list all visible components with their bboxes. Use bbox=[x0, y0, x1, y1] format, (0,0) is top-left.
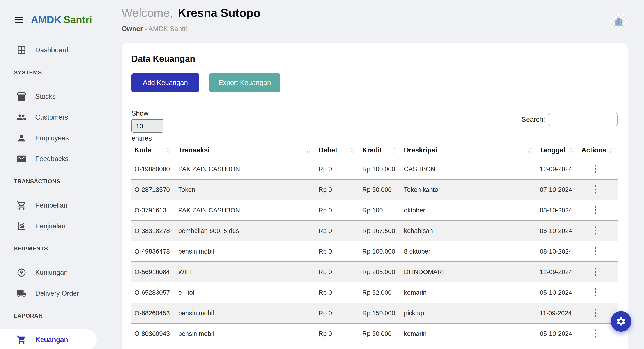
cell-kredit: Rp 205.000 bbox=[359, 262, 401, 282]
cell-debet: Rp 0 bbox=[316, 159, 359, 179]
cell-debet: Rp 0 bbox=[316, 221, 359, 241]
cell-kode: O-38318278 bbox=[132, 221, 175, 241]
kebab-menu-icon bbox=[594, 205, 597, 215]
sidebar-item-kunjungan[interactable]: Kunjungan bbox=[0, 262, 122, 283]
page-size-select[interactable]: 10 bbox=[132, 119, 164, 133]
menu-toggle-icon[interactable] bbox=[14, 15, 24, 25]
add-keuangan-button[interactable]: Add Keuangan bbox=[132, 73, 199, 92]
cell-transaksi: Token bbox=[175, 179, 316, 200]
sidebar-item-keuangan[interactable]: Keuangan bbox=[0, 329, 96, 349]
logo-part-green: Santri bbox=[64, 14, 92, 25]
cell-kredit: Rp 167.500 bbox=[359, 221, 401, 241]
column-header-transaksi[interactable]: Transaksi bbox=[175, 144, 316, 159]
sidebar-item-customers[interactable]: Customers bbox=[0, 107, 122, 128]
sidebar-item-stocks[interactable]: Stocks bbox=[0, 86, 122, 107]
sidebar-item-label: Keuangan bbox=[35, 336, 68, 344]
page-title: Welcome, Kresna Sutopo bbox=[122, 6, 628, 20]
sidebar-item-label: Feedbacks bbox=[35, 155, 68, 163]
sidebar-item-label: Kunjungan bbox=[35, 269, 68, 277]
table-row: O-3791613 PAK ZAIN CASHBON Rp 0 Rp 100 o… bbox=[132, 200, 618, 221]
page-size-control: Show 10 entries bbox=[132, 109, 164, 142]
sidebar-section-laporan: LAPORAN bbox=[0, 313, 122, 325]
table-row: O-19880080 PAK ZAIN CASHBON Rp 0 Rp 100.… bbox=[132, 159, 618, 179]
kebab-menu-icon bbox=[594, 288, 597, 297]
column-header-dreskripsi[interactable]: Dreskripsi bbox=[401, 144, 537, 159]
row-actions-button[interactable] bbox=[592, 163, 599, 175]
person-icon bbox=[16, 133, 26, 143]
cell-tanggal: 11-09-2024 bbox=[537, 303, 578, 323]
cell-transaksi: bensin mobil bbox=[175, 241, 316, 262]
cell-dreskripsi: 8 oktober bbox=[401, 241, 537, 262]
app-logo: AMDKSantri bbox=[31, 13, 92, 26]
sidebar-item-label: Stocks bbox=[35, 93, 56, 100]
search-control: Search: bbox=[522, 113, 618, 126]
settings-fab[interactable] bbox=[611, 311, 631, 332]
sort-icon bbox=[528, 147, 532, 154]
cart-filled-icon bbox=[16, 335, 26, 345]
sidebar-item-delivery-order[interactable]: Delivery Order bbox=[0, 283, 122, 304]
sort-icon bbox=[392, 147, 396, 154]
column-header-kode[interactable]: Kode bbox=[132, 144, 175, 159]
cell-transaksi: bensin mobil bbox=[175, 323, 316, 344]
kebab-menu-icon bbox=[594, 247, 597, 256]
column-header-tanggal[interactable]: Tanggal bbox=[537, 144, 578, 159]
cell-dreskripsi: DI INDOMART bbox=[401, 262, 537, 282]
cell-debet: Rp 0 bbox=[316, 179, 359, 200]
row-actions-button[interactable] bbox=[592, 204, 599, 217]
row-actions-button[interactable] bbox=[592, 266, 599, 278]
user-subtitle: Owner - AMDK Santri bbox=[122, 25, 628, 33]
cell-kode: O-56916084 bbox=[132, 262, 175, 282]
search-input[interactable] bbox=[548, 113, 618, 126]
row-actions-button[interactable] bbox=[592, 286, 599, 299]
cell-dreskripsi: CASHBON bbox=[401, 159, 537, 179]
mail-icon bbox=[16, 154, 26, 164]
cell-debet: Rp 0 bbox=[316, 303, 359, 323]
row-actions-button[interactable] bbox=[592, 183, 599, 196]
table-body: O-19880080 PAK ZAIN CASHBON Rp 0 Rp 100.… bbox=[132, 159, 618, 344]
sidebar-section-systems: SYSTEMS bbox=[0, 69, 122, 81]
search-label: Search: bbox=[522, 116, 545, 123]
column-header-actions[interactable]: Actions bbox=[578, 144, 618, 159]
truck-icon bbox=[16, 288, 26, 299]
location-pin-icon bbox=[16, 268, 26, 278]
sidebar-item-penjualan[interactable]: Penjualan bbox=[0, 216, 122, 237]
cell-transaksi: bensin mobil bbox=[175, 303, 316, 323]
cell-dreskripsi: kemarin bbox=[401, 323, 537, 344]
row-actions-button[interactable] bbox=[592, 328, 599, 340]
kebab-menu-icon bbox=[594, 164, 597, 173]
sidebar-item-label: Employees bbox=[35, 134, 69, 142]
column-header-kredit[interactable]: Kredit bbox=[359, 144, 401, 159]
cell-tanggal: 05-10-2024 bbox=[537, 282, 578, 303]
sort-icon bbox=[608, 147, 613, 154]
table-row: O-38318278 pembelian 600, 5 dus Rp 0 Rp … bbox=[132, 221, 618, 241]
sidebar-item-label: Dashboard bbox=[35, 46, 68, 54]
cell-kredit: Rp 52.000 bbox=[359, 282, 401, 303]
sidebar-item-dashboard[interactable]: Dashboard bbox=[0, 40, 122, 60]
row-actions-button[interactable] bbox=[592, 225, 599, 237]
company-name: AMDK Santri bbox=[148, 25, 188, 33]
sidebar-item-pembelian[interactable]: Pembelian bbox=[0, 195, 122, 216]
row-actions-button[interactable] bbox=[592, 245, 599, 258]
company-avatar[interactable] bbox=[610, 13, 627, 30]
inventory-icon bbox=[16, 91, 26, 102]
cell-actions bbox=[578, 200, 618, 221]
column-header-debet[interactable]: Debet bbox=[316, 144, 359, 159]
sidebar-item-feedbacks[interactable]: Feedbacks bbox=[0, 148, 122, 169]
cart-icon bbox=[16, 200, 26, 210]
kebab-menu-icon bbox=[594, 267, 597, 276]
cell-dreskripsi: kehabisan bbox=[401, 221, 537, 241]
cell-transaksi: WIFI bbox=[175, 262, 316, 282]
cell-dreskripsi: oktober bbox=[401, 200, 537, 221]
user-role: Owner bbox=[122, 25, 142, 33]
sidebar-item-employees[interactable]: Employees bbox=[0, 128, 122, 148]
row-actions-button[interactable] bbox=[592, 307, 599, 320]
cell-tanggal: 12-09-2024 bbox=[537, 262, 578, 282]
export-keuangan-button[interactable]: Export Keuangan bbox=[209, 73, 280, 92]
table-row: O-65283057 e - tol Rp 0 Rp 52.000 kemari… bbox=[132, 282, 618, 303]
cell-kode: O-80360943 bbox=[132, 323, 175, 344]
sidebar-section-shipments: SHIPMENTS bbox=[0, 245, 122, 257]
page: AMDKSantri Dashboard SYSTEMS Stocks Cust… bbox=[0, 0, 644, 349]
cell-transaksi: PAK ZAIN CASHBON bbox=[175, 159, 316, 179]
kebab-menu-icon bbox=[594, 226, 597, 235]
gear-icon bbox=[616, 316, 626, 327]
